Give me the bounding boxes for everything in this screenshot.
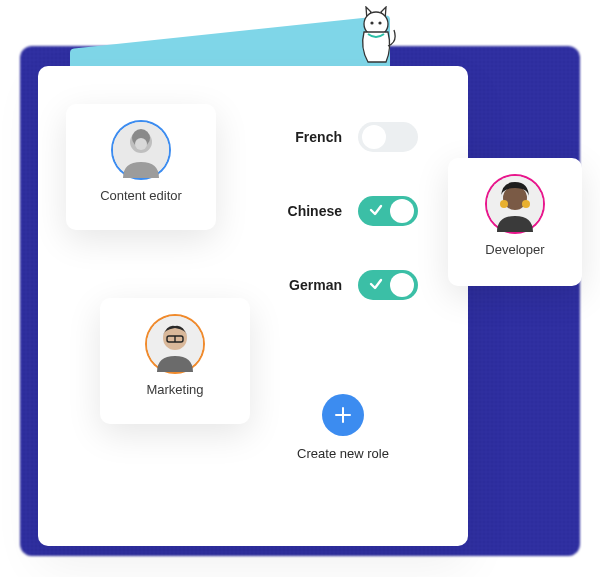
- plus-icon: [334, 406, 352, 424]
- svg-point-2: [378, 21, 381, 24]
- avatar: [113, 122, 169, 178]
- language-toggles: French Chinese German: [258, 122, 418, 344]
- role-label: Content editor: [76, 188, 206, 203]
- avatar: [487, 176, 543, 232]
- svg-point-1: [370, 21, 373, 24]
- toggle-row-french: French: [258, 122, 418, 152]
- avatar: [147, 316, 203, 372]
- toggle-chinese[interactable]: [358, 196, 418, 226]
- check-icon: [369, 203, 383, 217]
- create-role: Create new role: [278, 394, 408, 461]
- language-label: Chinese: [288, 203, 342, 219]
- svg-point-13: [500, 200, 508, 208]
- create-role-button[interactable]: [322, 394, 364, 436]
- toggle-row-chinese: Chinese: [258, 196, 418, 226]
- role-card-marketing[interactable]: Marketing: [100, 298, 250, 424]
- create-role-label: Create new role: [278, 446, 408, 461]
- toggle-row-german: German: [258, 270, 418, 300]
- role-label: Developer: [458, 242, 572, 257]
- role-card-developer[interactable]: Developer: [448, 158, 582, 286]
- svg-point-14: [522, 200, 530, 208]
- toggle-french[interactable]: [358, 122, 418, 152]
- toggle-knob: [390, 273, 414, 297]
- svg-point-6: [135, 138, 147, 150]
- role-label: Marketing: [110, 382, 240, 397]
- toggle-knob: [362, 125, 386, 149]
- language-label: French: [295, 129, 342, 145]
- language-label: German: [289, 277, 342, 293]
- toggle-knob: [390, 199, 414, 223]
- check-icon: [369, 277, 383, 291]
- cat-illustration: [350, 6, 398, 68]
- role-card-content-editor[interactable]: Content editor: [66, 104, 216, 230]
- toggle-german[interactable]: [358, 270, 418, 300]
